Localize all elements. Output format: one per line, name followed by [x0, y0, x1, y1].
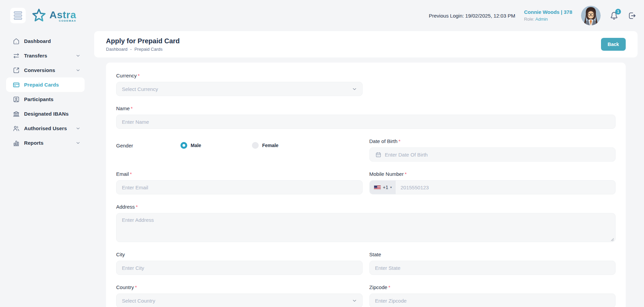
- home-icon: [12, 37, 20, 45]
- radio-unselected-icon: [252, 142, 259, 149]
- mobile-input[interactable]: [395, 185, 615, 190]
- dob-label: Date of Birth: [369, 138, 398, 144]
- calendar-icon[interactable]: [375, 151, 382, 158]
- brand-logo[interactable]: Astra CODEMAX: [31, 8, 76, 23]
- sidebar-item-participants[interactable]: Participants: [6, 92, 85, 107]
- email-label: Email: [116, 171, 129, 177]
- required-asterisk: *: [388, 284, 390, 290]
- logout-button[interactable]: [627, 11, 637, 20]
- sidebar-item-authorised-users[interactable]: Authorised Users: [6, 121, 85, 136]
- field-city: City: [116, 252, 363, 275]
- field-gender: Gender Male Female: [116, 138, 363, 162]
- sidebar-nav: Dashboard Transfers Conversions: [0, 31, 94, 150]
- currency-select-placeholder: Select Currency: [122, 86, 158, 92]
- field-zipcode: Zipcode*: [369, 284, 616, 307]
- chevron-down-icon: [76, 53, 80, 58]
- name-input[interactable]: [116, 115, 616, 129]
- required-asterisk: *: [136, 204, 138, 210]
- bar-chart-icon: [12, 139, 20, 147]
- main-content: Apply for Prepaid Card Dashboard - Prepa…: [94, 31, 638, 307]
- breadcrumb-separator: -: [130, 47, 132, 52]
- sidebar-item-prepaid-cards[interactable]: Prepaid Cards: [6, 77, 85, 92]
- field-date-of-birth: Date of Birth*: [369, 138, 616, 162]
- users-icon: [12, 124, 20, 133]
- field-address: Address*: [116, 204, 616, 242]
- field-name: Name*: [116, 105, 616, 129]
- field-mobile-number: Mobile Number* +1 ▾: [369, 171, 616, 194]
- gender-label: Gender: [116, 143, 180, 148]
- currency-label: Currency: [116, 73, 137, 78]
- credit-card-icon: [12, 81, 20, 89]
- logout-icon: [627, 11, 637, 20]
- required-asterisk: *: [135, 284, 137, 290]
- gender-radio-male[interactable]: Male: [180, 142, 201, 149]
- required-asterisk: *: [399, 138, 401, 144]
- notifications-button[interactable]: 1: [609, 11, 619, 20]
- radio-selected-icon: [180, 142, 187, 149]
- star-logo-icon: [31, 8, 47, 23]
- page-header: Apply for Prepaid Card Dashboard - Prepa…: [94, 31, 638, 57]
- user-role-value: Admin: [535, 17, 548, 22]
- prepaid-card-form: Currency* Select Currency Name*: [106, 63, 626, 307]
- bank-icon: [12, 110, 20, 118]
- chevron-down-icon: [352, 298, 357, 303]
- country-select-placeholder: Select Country: [122, 298, 155, 304]
- field-state: State: [369, 252, 616, 275]
- sidebar-toggle-button[interactable]: [10, 8, 26, 23]
- us-flag-icon: [374, 185, 381, 190]
- notification-badge: 1: [615, 9, 621, 15]
- city-input[interactable]: [116, 261, 363, 275]
- required-asterisk: *: [405, 171, 407, 177]
- back-button[interactable]: Back: [601, 38, 626, 51]
- transfers-icon: [12, 52, 20, 60]
- field-country: Country* Select Country: [116, 284, 363, 307]
- country-select[interactable]: Select Country: [116, 293, 363, 307]
- sidebar-item-designated-ibans[interactable]: Designated IBANs: [6, 107, 85, 121]
- zipcode-label: Zipcode: [369, 284, 387, 290]
- required-asterisk: *: [130, 171, 132, 177]
- page-title: Apply for Prepaid Card: [106, 37, 180, 45]
- dial-code: +1: [383, 185, 388, 190]
- zipcode-input[interactable]: [369, 293, 616, 307]
- caret-down-icon: ▾: [390, 186, 392, 189]
- chevron-down-icon: [76, 126, 80, 131]
- header-right: Previous Login: 19/02/2025, 12:03 PM Con…: [429, 6, 637, 25]
- field-currency: Currency* Select Currency: [116, 73, 363, 96]
- mobile-label: Mobile Number: [369, 171, 404, 177]
- brand-name: Astra: [49, 9, 76, 21]
- field-email: Email*: [116, 171, 363, 194]
- address-label: Address: [116, 204, 135, 210]
- required-asterisk: *: [131, 105, 133, 111]
- previous-login-text: Previous Login: 19/02/2025, 12:03 PM: [429, 13, 515, 19]
- gender-radio-female[interactable]: Female: [252, 142, 278, 149]
- state-label: State: [369, 252, 381, 257]
- sidebar-item-dashboard[interactable]: Dashboard: [6, 34, 85, 48]
- top-header: Astra CODEMAX Previous Login: 19/02/2025…: [0, 0, 644, 31]
- name-label: Name: [116, 105, 130, 111]
- sidebar-item-reports[interactable]: Reports: [6, 136, 85, 150]
- chevron-down-icon: [352, 87, 357, 91]
- state-input[interactable]: [369, 261, 616, 275]
- required-asterisk: *: [138, 73, 140, 78]
- user-role: Role: Admin: [524, 16, 572, 22]
- currency-select[interactable]: Select Currency: [116, 82, 363, 96]
- brand-area: Astra CODEMAX: [10, 8, 76, 23]
- hamburger-icon: [14, 11, 22, 14]
- breadcrumb-dashboard[interactable]: Dashboard: [106, 47, 128, 52]
- user-name: Connie Woods | 378: [524, 9, 572, 16]
- breadcrumb-prepaid-cards[interactable]: Prepaid Cards: [134, 47, 163, 52]
- participant-icon: [12, 95, 20, 103]
- sidebar-item-conversions[interactable]: Conversions: [6, 63, 85, 77]
- breadcrumb: Dashboard - Prepaid Cards: [106, 47, 180, 52]
- email-input[interactable]: [116, 180, 363, 194]
- chevron-down-icon: [76, 68, 80, 72]
- sidebar-item-transfers[interactable]: Transfers: [6, 48, 85, 63]
- conversions-icon: [12, 66, 20, 74]
- user-info: Connie Woods | 378 Role: Admin: [524, 9, 572, 22]
- city-label: City: [116, 252, 125, 257]
- avatar[interactable]: [581, 6, 601, 25]
- country-code-selector[interactable]: +1 ▾: [370, 181, 396, 194]
- chevron-down-icon: [76, 141, 80, 145]
- dob-input[interactable]: [385, 152, 610, 158]
- address-textarea[interactable]: [116, 213, 616, 242]
